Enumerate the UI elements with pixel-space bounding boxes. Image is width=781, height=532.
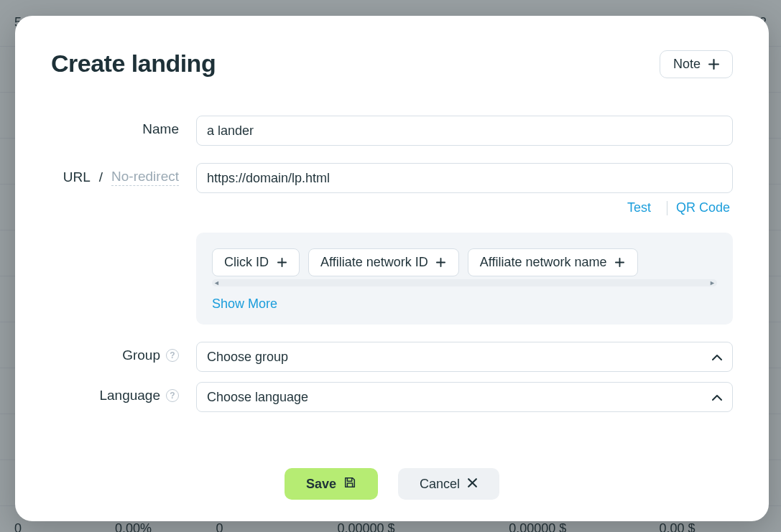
token-scrollbar[interactable]: ◄ ► (212, 279, 717, 286)
token-affiliate-network-name[interactable]: Affiliate network name (468, 248, 638, 276)
name-label: Name (51, 116, 196, 137)
save-button[interactable]: Save (285, 468, 378, 500)
note-button-label: Note (673, 57, 701, 72)
save-icon (343, 476, 356, 493)
cancel-button-label: Cancel (420, 477, 460, 492)
chevron-up-icon (712, 354, 722, 360)
language-select-placeholder: Choose language (207, 390, 308, 405)
group-select[interactable]: Choose group (196, 342, 733, 372)
no-redirect-link[interactable]: No-redirect (111, 169, 179, 186)
url-label: URL / No-redirect (51, 163, 196, 186)
token-strip: Click ID Affiliate network ID Affiliate … (212, 248, 717, 276)
note-button[interactable]: Note (660, 50, 733, 78)
plus-icon (276, 257, 287, 269)
test-link[interactable]: Test (620, 200, 658, 215)
scroll-left-icon: ◄ (213, 279, 220, 286)
plus-icon (614, 257, 626, 269)
url-input[interactable] (196, 163, 733, 193)
name-input[interactable] (196, 116, 733, 146)
scroll-right-icon: ► (709, 279, 716, 286)
cancel-button[interactable]: Cancel (398, 468, 499, 500)
close-icon (467, 477, 478, 492)
help-icon[interactable]: ? (166, 349, 179, 362)
group-select-placeholder: Choose group (207, 350, 288, 365)
create-landing-modal: Create landing Note Name URL / No-redire… (15, 16, 769, 521)
chevron-up-icon (712, 394, 722, 401)
save-button-label: Save (306, 477, 336, 492)
modal-title: Create landing (51, 50, 216, 77)
divider (667, 201, 667, 215)
group-label: Group ? (51, 342, 196, 363)
show-more-link[interactable]: Show More (212, 297, 277, 312)
language-label: Language ? (51, 382, 196, 403)
token-click-id[interactable]: Click ID (212, 248, 300, 276)
token-box: Click ID Affiliate network ID Affiliate … (196, 233, 733, 325)
plus-icon (708, 59, 719, 70)
help-icon[interactable]: ? (166, 389, 179, 402)
plus-icon (435, 257, 447, 269)
language-select[interactable]: Choose language (196, 382, 733, 412)
token-affiliate-network-id[interactable]: Affiliate network ID (308, 248, 459, 276)
qr-code-link[interactable]: QR Code (676, 200, 730, 215)
